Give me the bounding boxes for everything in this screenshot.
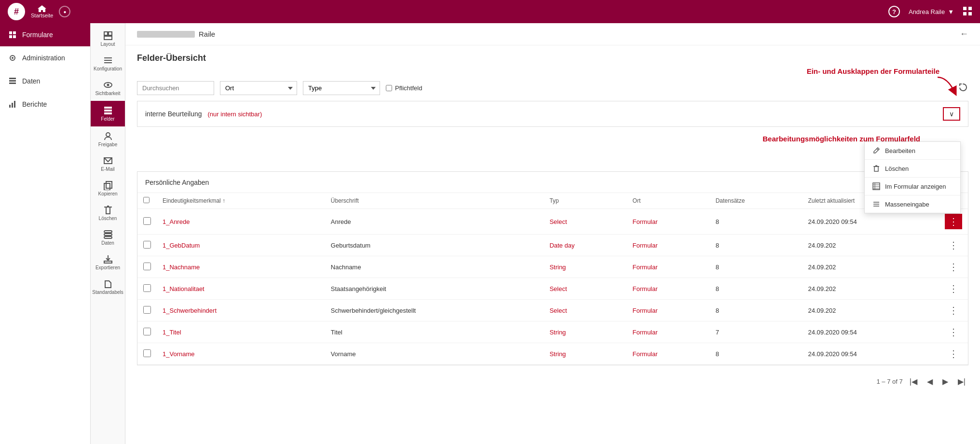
icon-felder[interactable]: Felder: [91, 101, 125, 126]
pflichtfeld-checkbox[interactable]: [386, 85, 392, 91]
row-ort: Formular: [627, 343, 710, 365]
sidebar-item-formulare[interactable]: Formulare: [0, 23, 90, 46]
home-nav[interactable]: Startseite: [31, 5, 53, 18]
next-page-btn[interactable]: ▶: [939, 376, 951, 387]
last-page-btn[interactable]: ▶|: [955, 376, 968, 387]
masseneingabe-label: Masseneingabe: [885, 201, 929, 208]
edit-icon: [872, 147, 880, 154]
svg-line-38: [877, 149, 878, 150]
icon-konfiguration[interactable]: Konfiguration: [91, 52, 125, 75]
icon-sichtbarkeit[interactable]: Sichtbarkeit: [91, 76, 125, 100]
icon-layout[interactable]: Layout: [91, 27, 125, 51]
logo-hash: #: [14, 7, 19, 17]
section-toggle-interne[interactable]: ∨: [943, 107, 960, 121]
svg-rect-4: [9, 31, 12, 34]
row-actions-cell: ⋮: [939, 235, 968, 256]
svg-rect-12: [9, 83, 16, 84]
row-eindeutigkeit: 1_Nationalitaet: [157, 278, 325, 300]
daten-icon: [8, 76, 17, 86]
more-options-btn[interactable]: ⋮: [947, 348, 960, 360]
main-content: Raile ← Felder-Übersicht Ein- und Auskla…: [125, 23, 980, 444]
help-button[interactable]: ?: [888, 6, 900, 17]
chevron-down-icon: ▼: [948, 8, 954, 15]
row-checkbox[interactable]: [143, 328, 151, 335]
search-input[interactable]: [137, 81, 214, 95]
col-checkbox: [137, 193, 157, 209]
row-checkbox[interactable]: [143, 306, 151, 314]
table-row: 1_Vorname Vorname String Formular 8 24.0…: [137, 343, 968, 365]
icon-sichtbarkeit-label: Sichtbarkeit: [95, 91, 120, 96]
svg-rect-0: [963, 7, 966, 10]
context-menu-masseneingabe[interactable]: Masseneingabe: [865, 195, 960, 213]
first-page-btn[interactable]: |◀: [907, 376, 920, 387]
sidebar-label-berichte: Berichte: [22, 100, 47, 108]
grid-menu[interactable]: [963, 6, 972, 17]
pflichtfeld-label: Pflichtfeld: [386, 84, 422, 92]
sidebar-item-administration[interactable]: Administration: [0, 46, 90, 69]
icon-kopieren[interactable]: Kopieren: [91, 177, 125, 200]
context-menu-im-formular[interactable]: Im Formular anzeigen: [865, 178, 960, 195]
icon-freigabe[interactable]: Freigabe: [91, 127, 125, 151]
row-checkbox[interactable]: [143, 263, 151, 270]
context-menu-bearbeiten[interactable]: Bearbeiten: [865, 142, 960, 160]
prev-page-btn[interactable]: ◀: [924, 376, 936, 387]
row-ueberschrift: Vorname: [325, 343, 544, 365]
svg-rect-31: [106, 207, 110, 214]
section-header-interne[interactable]: interne Beurteilung (nur intern sichtbar…: [137, 101, 968, 126]
table-row: 1_Nachname Nachname String Formular 8 24…: [137, 256, 968, 278]
row-zuletzt: 24.09.202: [802, 300, 939, 321]
sichtbarkeit-icon: [103, 80, 113, 90]
row-ueberschrift: Nachname: [325, 256, 544, 278]
row-typ: Date day: [544, 235, 626, 256]
icon-daten[interactable]: Daten: [91, 226, 125, 250]
icon-loeschen[interactable]: Löschen: [91, 201, 125, 225]
sidebar-item-daten[interactable]: Daten: [0, 69, 90, 93]
more-options-btn[interactable]: ⋮: [947, 305, 960, 316]
select-all-checkbox[interactable]: [143, 197, 150, 203]
content-header: Raile ←: [125, 23, 980, 45]
bearbeiten-label: Bearbeiten: [885, 147, 915, 154]
back-button[interactable]: ←: [960, 29, 968, 39]
svg-rect-37: [104, 261, 112, 263]
section-header-persoenliche[interactable]: Persönliche Angaben ∧: [137, 172, 968, 193]
row-eindeutigkeit: 1_Vorname: [157, 343, 325, 365]
blurred-username: [137, 31, 195, 38]
svg-rect-30: [104, 183, 110, 190]
svg-rect-36: [104, 236, 112, 238]
row-checkbox[interactable]: [143, 284, 151, 292]
circle-icon[interactable]: ●: [59, 6, 70, 17]
more-options-btn[interactable]: ⋮: [947, 326, 960, 338]
user-menu[interactable]: Andrea Raile ▼: [909, 8, 954, 15]
home-icon: [37, 5, 47, 13]
row-ueberschrift: Geburtsdatum: [325, 235, 544, 256]
pagination: 1 – 7 of 7 |◀ ◀ ▶ ▶|: [125, 371, 980, 392]
row-ueberschrift: Staatsangehörigkeit: [325, 278, 544, 300]
row-checkbox[interactable]: [143, 217, 151, 225]
row-datensaetze: 8: [710, 300, 803, 321]
app-logo[interactable]: #: [8, 3, 25, 20]
row-checkbox[interactable]: [143, 349, 151, 357]
more-options-btn[interactable]: ⋮: [947, 283, 960, 294]
svg-rect-14: [12, 103, 13, 108]
row-ort: Formular: [627, 300, 710, 321]
row-checkbox-cell: [137, 235, 157, 256]
sidebar-label-daten: Daten: [22, 77, 40, 85]
icon-standardabels[interactable]: Standardabels: [91, 275, 125, 299]
svg-rect-1: [968, 7, 972, 10]
filters-bar: Ort Type Pflichtfeld: [125, 75, 980, 101]
context-menu-loeschen[interactable]: Löschen: [865, 160, 960, 178]
sidebar-item-berichte[interactable]: Berichte: [0, 93, 90, 116]
more-options-btn[interactable]: ⋮: [945, 214, 962, 229]
more-options-btn[interactable]: ⋮: [947, 239, 960, 251]
ort-select[interactable]: Ort: [220, 81, 297, 95]
icon-email[interactable]: E-Mail: [91, 152, 125, 176]
col-eindeutigkeit[interactable]: Eindeutigkeitsmerkmal ↑: [157, 193, 325, 209]
type-select[interactable]: Type: [303, 81, 380, 95]
top-nav-left: # Startseite ●: [8, 3, 70, 20]
row-ueberschrift: Schwerbehindert/gleichgestellt: [325, 300, 544, 321]
row-checkbox[interactable]: [143, 241, 151, 249]
felder-icon: [103, 106, 113, 115]
more-options-btn[interactable]: ⋮: [947, 261, 960, 273]
row-datensaetze: 8: [710, 256, 803, 278]
icon-exportieren[interactable]: Exportieren: [91, 250, 125, 274]
